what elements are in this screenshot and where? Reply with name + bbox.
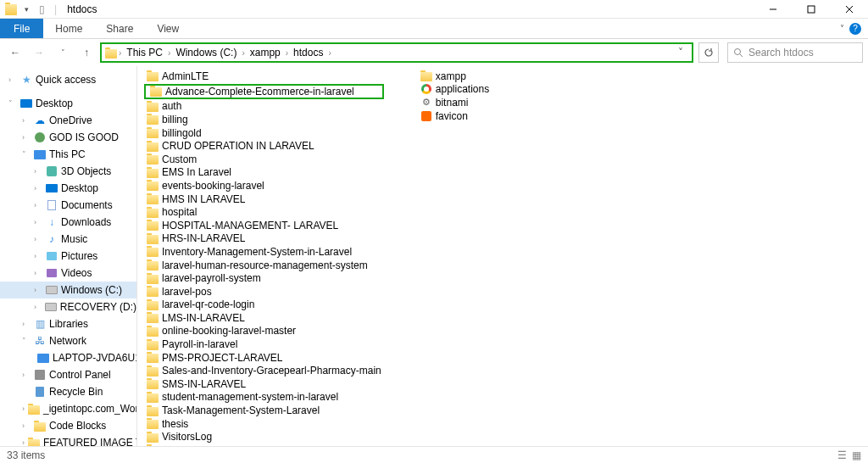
file-name: Task-Management-System-Laravel — [162, 404, 320, 416]
folder-icon — [147, 431, 159, 443]
list-item[interactable]: online-booking-laravel-master — [144, 325, 384, 338]
chevron-right-icon[interactable]: › — [168, 48, 170, 58]
pc-icon — [34, 148, 46, 160]
tree-videos[interactable]: ›Videos — [0, 265, 136, 282]
file-name: CRUD OPERATION IN LARAVEL — [162, 140, 314, 152]
forward-button[interactable]: → — [29, 42, 49, 63]
list-item[interactable]: SMS-IN-LARAVEL — [144, 377, 384, 391]
file-tab[interactable]: File — [0, 19, 43, 38]
list-item[interactable]: laravel-pos — [144, 285, 384, 298]
list-item[interactable]: EMS In Laravel — [144, 166, 384, 180]
list-item[interactable]: AdminLTE — [144, 70, 384, 83]
tab-share[interactable]: Share — [94, 19, 145, 38]
tree-network-pc[interactable]: LAPTOP-JVDA6U1D — [0, 349, 136, 366]
chevron-right-icon[interactable]: › — [286, 48, 288, 58]
ribbon-expand-icon[interactable]: ˅ — [840, 24, 844, 33]
list-item[interactable]: student-management-system-in-laravel — [144, 391, 384, 404]
tree-quick-access[interactable]: ›★Quick access — [0, 71, 136, 88]
maximize-button[interactable] — [792, 0, 830, 19]
list-item[interactable]: laravel-payroll-system — [144, 271, 384, 285]
folder-icon — [28, 437, 40, 446]
tree-folder[interactable]: ›FEATURED IMAGE TEMP — [0, 434, 136, 446]
list-item[interactable]: billing — [144, 113, 384, 126]
list-item[interactable]: HOSPITAL-MANAGEMENT- LARAVEL — [144, 219, 384, 232]
list-item[interactable]: ⚙bitnami — [418, 96, 492, 109]
list-item[interactable]: thesis — [144, 417, 384, 431]
list-item[interactable]: billingold — [144, 126, 384, 140]
close-button[interactable] — [830, 0, 868, 19]
list-item[interactable]: laravel-qr-code-login — [144, 298, 384, 312]
list-item[interactable]: events-booking-laravel — [144, 179, 384, 192]
tree-drive-d[interactable]: ›RECOVERY (D:) — [0, 298, 136, 315]
tree-recycle-bin[interactable]: Recycle Bin — [0, 383, 136, 400]
list-item[interactable]: laravel-human-resource-management-system — [144, 259, 384, 272]
list-item[interactable]: Inventory-Management-System-in-Laravel — [144, 245, 384, 259]
list-item[interactable]: LMS-IN-LARAVEL — [144, 311, 384, 325]
tree-desktop-folder[interactable]: ›Desktop — [0, 180, 136, 197]
list-item[interactable]: hospital — [144, 205, 384, 219]
list-item[interactable]: Sales-and-Inventory-Gracepearl-Pharmacy-… — [144, 364, 384, 377]
tree-folder[interactable]: ›Code Blocks — [0, 417, 136, 434]
list-item[interactable]: Task-Management-System-Laravel — [144, 404, 384, 417]
tab-home[interactable]: Home — [43, 19, 94, 38]
breadcrumb[interactable]: Windows (C:) — [172, 47, 240, 59]
list-item[interactable]: HMS IN LARAVEL — [144, 192, 384, 206]
list-item[interactable]: Payroll-in-laravel — [144, 337, 384, 351]
list-item[interactable]: applications — [418, 83, 492, 97]
list-item[interactable]: CRUD OPERATION IN LARAVEL — [144, 139, 384, 153]
list-item[interactable]: PMS-PROJECT-LARAVEL — [144, 351, 384, 365]
tree-3d-objects[interactable]: ›3D Objects — [0, 163, 136, 180]
file-name: thesis — [162, 418, 188, 430]
tree-music[interactable]: ›♪Music — [0, 231, 136, 248]
chevron-right-icon[interactable]: › — [328, 48, 331, 58]
file-name: VisitorsLog — [162, 431, 212, 443]
tree-network[interactable]: ˅🖧Network — [0, 332, 136, 349]
list-item[interactable]: xampp — [418, 70, 492, 83]
video-icon — [46, 267, 58, 279]
drive-icon — [46, 284, 58, 296]
tree-pictures[interactable]: ›Pictures — [0, 248, 136, 265]
list-item[interactable]: Custom — [144, 153, 384, 166]
list-item[interactable]: favicon — [418, 109, 492, 123]
list-item[interactable]: auth — [144, 100, 384, 114]
address-dropdown-icon[interactable]: ˅ — [673, 47, 688, 59]
breadcrumb[interactable]: xampp — [247, 47, 284, 59]
file-name: bitnami — [436, 97, 469, 109]
refresh-button[interactable] — [698, 42, 719, 63]
tree-documents[interactable]: ›Documents — [0, 197, 136, 214]
breadcrumb[interactable]: htdocs — [290, 47, 326, 59]
list-item[interactable]: HRS-IN-LARAVEL — [144, 232, 384, 246]
address-bar[interactable]: › This PC › Windows (C:) › xampp › htdoc… — [100, 42, 693, 63]
tree-control-panel[interactable]: ›Control Panel — [0, 366, 136, 383]
properties-icon[interactable]: ▯ — [36, 3, 47, 15]
search-input[interactable]: Search htdocs — [727, 42, 863, 63]
tree-downloads[interactable]: ›↓Downloads — [0, 214, 136, 231]
breadcrumb[interactable]: This PC — [123, 47, 166, 59]
tree-onedrive[interactable]: ›☁OneDrive — [0, 112, 136, 129]
list-item[interactable]: Advance-Complete-Ecommerce-in-laravel — [144, 84, 384, 99]
details-view-icon[interactable]: ☰ — [837, 449, 847, 461]
qat-dropdown-icon[interactable]: ▾ — [20, 3, 32, 15]
back-button[interactable]: ← — [5, 42, 25, 63]
help-icon[interactable]: ? — [849, 23, 861, 35]
tree-user[interactable]: ›GOD IS GOOD — [0, 129, 136, 146]
folder-icon — [147, 70, 159, 82]
item-count: 33 items — [7, 449, 45, 461]
folder-icon — [147, 153, 159, 165]
tree-libraries[interactable]: ›▥Libraries — [0, 315, 136, 332]
icons-view-icon[interactable]: ▦ — [852, 449, 861, 461]
tree-this-pc[interactable]: ˅This PC — [0, 146, 136, 163]
file-name: laravel-qr-code-login — [162, 298, 254, 310]
minimize-button[interactable] — [754, 0, 792, 19]
chevron-right-icon[interactable]: › — [242, 48, 244, 58]
picture-icon — [46, 250, 58, 262]
up-button[interactable]: ↑ — [76, 42, 97, 63]
tab-view[interactable]: View — [145, 19, 191, 38]
tree-desktop[interactable]: ˅Desktop — [0, 95, 136, 112]
folder-icon — [147, 391, 159, 403]
tree-folder[interactable]: ›_igetintopc.com_Wonde — [0, 400, 136, 417]
list-item[interactable]: VisitorsLog — [144, 430, 384, 443]
recent-dropdown[interactable]: ˅ — [53, 42, 73, 63]
tree-drive-c[interactable]: ›Windows (C:) — [0, 282, 136, 298]
chevron-right-icon[interactable]: › — [119, 48, 121, 58]
